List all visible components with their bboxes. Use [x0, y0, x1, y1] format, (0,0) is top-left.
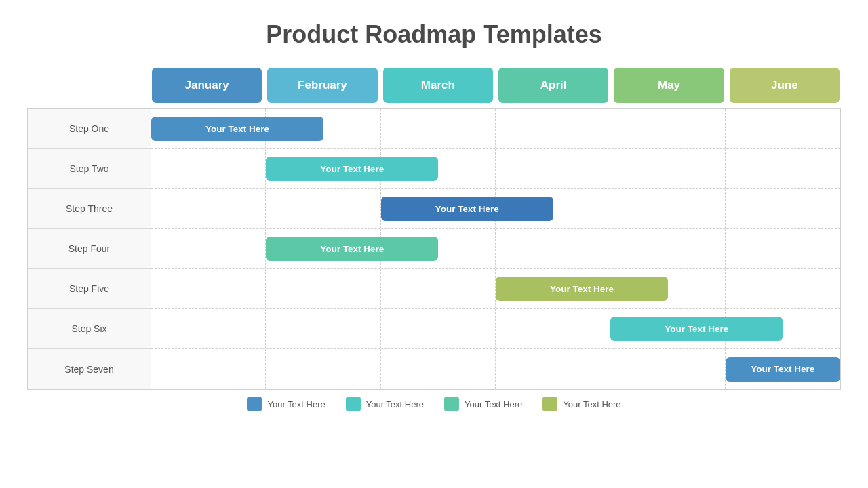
step-label-0: Step One — [28, 109, 151, 149]
bar-row-5[interactable]: Your Text Here — [610, 317, 783, 341]
month-header-june: June — [730, 68, 840, 103]
step-label-6: Step Seven — [28, 349, 151, 389]
legend-swatch-1 — [346, 396, 361, 411]
bar-row-1[interactable]: Your Text Here — [266, 157, 438, 181]
grid-cell-2-5 — [726, 189, 840, 228]
legend-label-0: Your Text Here — [267, 399, 325, 409]
grid-cell-4-5 — [726, 269, 840, 308]
grid-cell-4-2 — [381, 269, 496, 308]
grid-row-1: Your Text Here — [151, 149, 840, 189]
grid-cell-1-3 — [496, 149, 610, 188]
grid-row-4: Your Text Here — [151, 269, 840, 309]
bar-row-4[interactable]: Your Text Here — [496, 277, 668, 301]
grid-cell-1-5 — [726, 149, 840, 188]
bar-row-2[interactable]: Your Text Here — [381, 197, 553, 221]
grid-cell-6-3 — [496, 349, 610, 389]
bar-row-3[interactable]: Your Text Here — [266, 237, 438, 261]
step-label-3: Step Four — [28, 229, 151, 269]
grid-cell-6-1 — [266, 349, 380, 389]
grid-cell-4-1 — [266, 269, 380, 308]
month-header-march: March — [383, 68, 493, 103]
grid-cell-3-4 — [610, 229, 725, 268]
grid-cell-4-0 — [151, 269, 266, 308]
legend-item-0: Your Text Here — [247, 396, 325, 411]
month-header-february: February — [267, 68, 377, 103]
bar-row-0[interactable]: Your Text Here — [151, 117, 323, 141]
legend-swatch-0 — [247, 396, 262, 411]
grid-cell-0-5 — [726, 109, 840, 148]
grid-cell-6-4 — [610, 349, 725, 389]
page-title: Product Roadmap Templates — [266, 20, 601, 49]
grid-cell-0-4 — [610, 109, 725, 148]
grid-cell-3-5 — [726, 229, 840, 268]
grid-row-6: Your Text Here — [151, 349, 840, 389]
bar-row-6[interactable]: Your Text Here — [726, 357, 840, 382]
grid-cell-2-1 — [266, 189, 380, 228]
grid-cell-2-0 — [151, 189, 266, 228]
grid-cell-5-2 — [381, 309, 496, 348]
legend-swatch-3 — [542, 396, 557, 411]
legend-label-2: Your Text Here — [465, 399, 522, 409]
month-header-april: April — [498, 68, 608, 103]
legend-swatch-2 — [444, 396, 459, 411]
grid-cell-6-0 — [151, 349, 266, 389]
grid-row-5: Your Text Here — [151, 309, 840, 349]
grid-row-0: Your Text Here — [151, 109, 840, 149]
grid-cell-3-3 — [496, 229, 610, 268]
legend-label-3: Your Text Here — [563, 399, 620, 409]
legend-item-2: Your Text Here — [444, 396, 522, 411]
step-label-2: Step Three — [28, 189, 151, 229]
grid-cell-1-4 — [610, 149, 725, 188]
grid-row-2: Your Text Here — [151, 189, 840, 229]
grid-cell-5-1 — [266, 309, 380, 348]
grid-cell-0-3 — [496, 109, 610, 148]
step-label-5: Step Six — [28, 309, 151, 349]
legend-label-1: Your Text Here — [366, 399, 424, 409]
grid-row-3: Your Text Here — [151, 229, 840, 269]
grid-cell-3-0 — [151, 229, 266, 268]
grid-cell-2-4 — [610, 189, 725, 228]
legend-item-1: Your Text Here — [346, 396, 424, 411]
grid-cell-5-3 — [496, 309, 610, 348]
grid-cell-0-2 — [381, 109, 496, 148]
month-header-may: May — [614, 68, 724, 103]
step-label-1: Step Two — [28, 149, 151, 189]
step-label-4: Step Five — [28, 269, 151, 309]
month-header-january: January — [152, 68, 262, 103]
grid-cell-6-2 — [381, 349, 496, 389]
legend-item-3: Your Text Here — [542, 396, 620, 411]
grid-cell-1-0 — [151, 149, 266, 188]
grid-cell-5-0 — [151, 309, 266, 348]
